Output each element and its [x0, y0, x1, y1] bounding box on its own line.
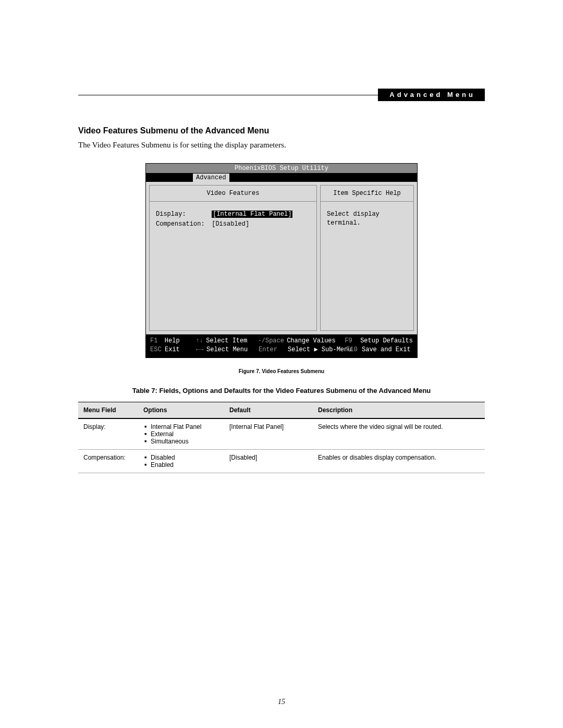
cell-field: Display: [78, 418, 138, 450]
fields-table: Menu Field Options Default Description D… [78, 402, 485, 473]
cell-default: [Internal Flat Panel] [224, 418, 313, 450]
cell-description: Selects where the video signal will be r… [313, 418, 485, 450]
bios-right-panel: Item Specific Help Select display termin… [320, 185, 414, 331]
label-select-menu: Select Menu [206, 346, 259, 354]
list-item: Simultaneous [151, 438, 219, 445]
key-f10: F10 [346, 346, 362, 354]
cell-options: Internal Flat Panel External Simultaneou… [138, 418, 224, 450]
right-panel-title: Item Specific Help [321, 186, 413, 202]
cell-options: Disabled Enabled [138, 449, 224, 473]
header-bar: Advanced Menu [78, 89, 485, 101]
list-item: Disabled [151, 454, 219, 461]
key-minus-space: -/Space [258, 337, 287, 346]
bios-title: PhoenixBIOS Setup Utility [146, 164, 417, 174]
field-display-value[interactable]: [Internal Flat Panel] [212, 211, 292, 218]
key-esc: ESC [150, 346, 165, 354]
key-leftright: ←→ [196, 346, 206, 354]
list-item: External [151, 430, 219, 438]
table-caption: Table 7: Fields, Options and Defaults fo… [78, 387, 485, 394]
field-compensation-value[interactable]: [Disabled] [212, 220, 249, 228]
header-rule [78, 95, 378, 95]
bios-tabbar: Advanced [146, 174, 417, 182]
list-item: Enabled [151, 461, 219, 468]
label-setup-defaults: Setup Defaults [360, 337, 413, 346]
help-text: Select display terminal. [321, 202, 413, 236]
left-panel-title: Video Features [150, 186, 316, 202]
cell-description: Enables or disables display compensation… [313, 449, 485, 473]
tab-advanced[interactable]: Advanced [193, 174, 229, 182]
col-options: Options [138, 402, 224, 418]
section-title: Video Features Submenu of the Advanced M… [78, 126, 485, 135]
chapter-label: Advanced Menu [378, 89, 485, 101]
field-compensation[interactable]: Compensation: [Disabled] [156, 220, 310, 229]
field-display-label: Display: [156, 210, 208, 219]
col-menu-field: Menu Field [78, 402, 138, 418]
label-exit: Exit [165, 346, 196, 354]
key-enter: Enter [259, 346, 288, 354]
key-f1: F1 [150, 337, 165, 346]
label-help: Help [165, 337, 196, 346]
col-default: Default [224, 402, 313, 418]
cell-field: Compensation: [78, 449, 138, 473]
cell-default: [Disabled] [224, 449, 313, 473]
bios-footer: F1 Help ↑↓ Select Item -/Space Change Va… [146, 335, 417, 357]
key-f9: F9 [345, 337, 360, 346]
list-item: Internal Flat Panel [151, 423, 219, 430]
col-description: Description [313, 402, 485, 418]
label-change-values: Change Values [287, 337, 345, 346]
key-updown: ↑↓ [195, 337, 206, 346]
field-display[interactable]: Display: [Internal Flat Panel] [156, 210, 310, 219]
table-row: Display: Internal Flat Panel External Si… [78, 418, 485, 450]
section-intro: The Video Features Submenu is for settin… [78, 141, 485, 150]
label-select-item: Select Item [206, 337, 258, 346]
bios-window: PhoenixBIOS Setup Utility Advanced Video… [145, 163, 418, 358]
table-row: Compensation: Disabled Enabled [Disabled… [78, 449, 485, 473]
page-number: 15 [0, 698, 563, 706]
label-save-exit: Save and Exit [362, 346, 411, 354]
figure-caption: Figure 7. Video Features Submenu [78, 368, 485, 374]
field-compensation-label: Compensation: [156, 220, 208, 229]
bios-left-panel: Video Features Display: [Internal Flat P… [149, 185, 317, 331]
label-select-submenu: Select ▶ Sub-Menu [288, 346, 346, 354]
